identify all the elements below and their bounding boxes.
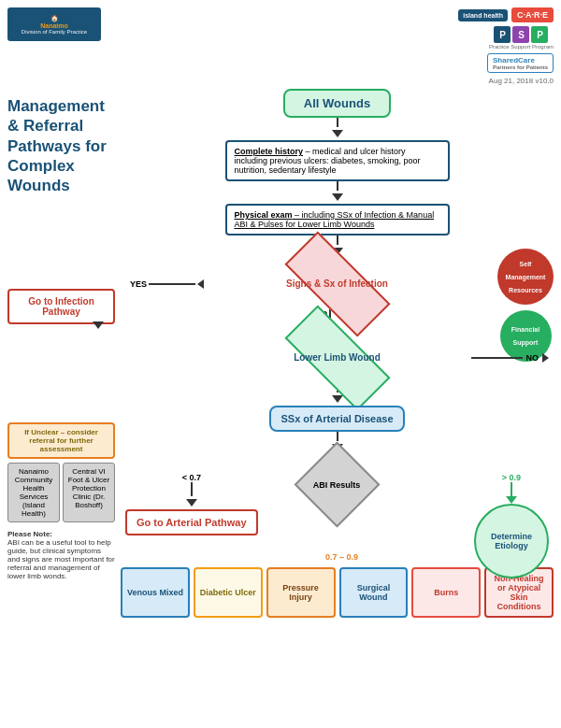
yes-label: YES xyxy=(130,279,147,289)
bottom-box-venous[interactable]: Venous Mixed xyxy=(121,567,190,618)
care-badge: C·A·R·E xyxy=(511,7,554,22)
ssx-arterial-label: SSx of Arterial Disease xyxy=(280,413,393,424)
left-panel: Management & Referral Pathways for Compl… xyxy=(7,89,115,618)
bottom-box-pressure[interactable]: Pressure Injury xyxy=(266,567,336,618)
infection-row: YES Signs & Sx of Infection Self Managem… xyxy=(121,258,554,309)
yes-arrow-head xyxy=(197,279,204,289)
pressure-label: Pressure Injury xyxy=(272,583,330,602)
range0709-label: 0.7 – 0.9 xyxy=(325,552,358,562)
sharedcare-logo: SharedCare Partners for Patients xyxy=(487,53,554,73)
arrow2-head xyxy=(332,193,343,201)
please-note-text: ABI can be a useful tool to help guide, … xyxy=(7,538,115,580)
determine-etiology-label: Determine Etiology xyxy=(476,532,547,550)
infection-pathway-area: Go to Infection Pathway xyxy=(7,289,115,324)
page-wrapper: 🏠 Nanaimo Division of Family Practice is… xyxy=(0,0,561,728)
arrow4-head xyxy=(93,321,104,329)
title-line1: Management xyxy=(7,97,105,115)
nanaimo-community-label: Nanaimo Community Health Services (Islan… xyxy=(15,467,52,518)
venous-label: Venous Mixed xyxy=(127,588,183,597)
signs-sx-label: Signs & Sx of Infection xyxy=(286,278,388,289)
no2-arrowhead xyxy=(542,353,549,363)
all-wounds-box: All Wounds xyxy=(283,89,391,118)
island-care-logo: island health C·A·R·E xyxy=(458,7,554,22)
title-line3: Pathways for xyxy=(7,137,107,155)
arrow2-line xyxy=(337,181,338,191)
abi-diamond-wrapper: ABI Results xyxy=(307,454,367,515)
physical-exam-bold: Physical exam xyxy=(235,210,293,220)
ssx-arterial-box[interactable]: SSx of Arterial Disease xyxy=(269,406,404,432)
arterial-row: SSx of Arterial Disease xyxy=(121,406,554,432)
unclear-area: If Unclear – consider referral for furth… xyxy=(7,422,115,522)
nanaimo-community-box[interactable]: Nanaimo Community Health Services (Islan… xyxy=(7,463,60,522)
bottom-box-surgical[interactable]: Surgical Wound xyxy=(339,567,409,618)
psp-p2: P xyxy=(531,26,548,43)
etiology-right: > 0.9 Determine Etiology xyxy=(474,473,549,578)
bottom-box-diabetic[interactable]: Diabetic Ulcer xyxy=(194,567,263,618)
self-mgmt-line1: Self xyxy=(520,261,532,267)
arterial-left: < 0.7 Go to Arterial Pathway xyxy=(125,473,258,535)
central-vi-box[interactable]: Central VI Foot & Ulcer Protection Clini… xyxy=(63,463,115,522)
central-vi-label: Central VI Foot & Ulcer Protection Clini… xyxy=(68,467,109,509)
go-arterial-box[interactable]: Go to Arterial Pathway xyxy=(125,509,258,535)
more09-label: > 0.9 xyxy=(502,473,521,482)
self-mgmt-line3: Resources xyxy=(509,287,542,293)
sharedcare-text: SharedCare xyxy=(493,56,535,64)
yes-arrow: YES xyxy=(130,279,204,289)
arrow3-line xyxy=(337,236,338,245)
self-mgmt-circle: Self Management Resources xyxy=(497,249,554,305)
abi-results-label: ABI Results xyxy=(313,479,361,489)
title-line5: Wounds xyxy=(7,177,70,194)
infection-diamond: Signs & Sx of Infection xyxy=(281,258,394,309)
lower-limb-diamond: Lower Limb Wound xyxy=(281,332,394,383)
less07-label: < 0.7 xyxy=(182,473,201,482)
diabetic-label: Diabetic Ulcer xyxy=(200,588,256,597)
infection-pathway-box[interactable]: Go to Infection Pathway xyxy=(7,289,115,324)
atypical-label: Non-Healing or Atypical Skin Conditions xyxy=(490,574,548,611)
title-line2: & Referral xyxy=(7,117,83,135)
infection-diamond-text: Signs & Sx of Infection xyxy=(286,278,388,289)
complete-history-box: Complete history – medical and ulcer his… xyxy=(225,140,450,181)
main-area: Management & Referral Pathways for Compl… xyxy=(7,89,554,618)
psp-text: Practice Support Program xyxy=(489,44,554,50)
physical-exam-box: Physical exam – including SSx of Infecti… xyxy=(225,204,450,236)
nanaimo-subtitle: Division of Family Practice xyxy=(22,29,87,35)
determine-etiology-box[interactable]: Determine Etiology xyxy=(474,504,549,578)
less07-arrow xyxy=(186,499,197,507)
more09-arrow xyxy=(506,496,517,504)
top-right-logos: island health C·A·R·E P S P Practice Sup… xyxy=(458,7,554,85)
island-health-badge: island health xyxy=(458,9,508,21)
lower-limb-diamond-text: Lower Limb Wound xyxy=(294,352,381,363)
go-arterial-label: Go to Arterial Pathway xyxy=(137,517,247,528)
nanaimo-title: Nanaimo xyxy=(40,22,68,29)
title-management: Management & Referral Pathways for Compl… xyxy=(7,96,115,195)
title-block: Management & Referral Pathways for Compl… xyxy=(7,96,115,195)
no2-label: NO xyxy=(526,353,539,363)
center-flowchart: All Wounds Complete history – medical an… xyxy=(121,89,554,618)
burns-label: Burns xyxy=(434,588,458,597)
nanaimo-logo: 🏠 Nanaimo Division of Family Practice xyxy=(7,7,101,41)
please-note: Please Note: ABI can be a useful tool to… xyxy=(7,530,115,580)
abi-diamond: ABI Results xyxy=(295,442,381,528)
psp-p1: P xyxy=(494,26,511,43)
bottom-box-burns[interactable]: Burns xyxy=(411,567,481,618)
yes-line xyxy=(149,283,195,285)
no2-line xyxy=(471,357,523,359)
surgical-label: Surgical Wound xyxy=(345,583,403,602)
psp-logo: P S P xyxy=(494,26,548,43)
unclear-box[interactable]: If Unclear – consider referral for furth… xyxy=(7,422,115,459)
abi-row: < 0.7 Go to Arterial Pathway ABI Results… xyxy=(121,454,554,515)
arrow1-line xyxy=(337,118,338,127)
please-note-title: Please Note: xyxy=(7,530,115,538)
nanaimo-logo-icon: 🏠 xyxy=(50,15,59,22)
all-wounds-label: All Wounds xyxy=(304,96,370,110)
top-header: 🏠 Nanaimo Division of Family Practice is… xyxy=(7,7,554,85)
unclear-label: If Unclear – consider referral for furth… xyxy=(24,428,98,453)
sharedcare-sub: Partners for Patients xyxy=(493,64,548,70)
lower-limb-label: Lower Limb Wound xyxy=(294,352,381,363)
no2-arrow: NO xyxy=(471,353,550,363)
self-mgmt-line2: Management xyxy=(506,274,546,280)
arrow6-line xyxy=(337,432,338,441)
arrow1-head xyxy=(332,130,343,137)
island-health-text: island health xyxy=(463,12,503,19)
arrow5-head xyxy=(332,395,343,403)
